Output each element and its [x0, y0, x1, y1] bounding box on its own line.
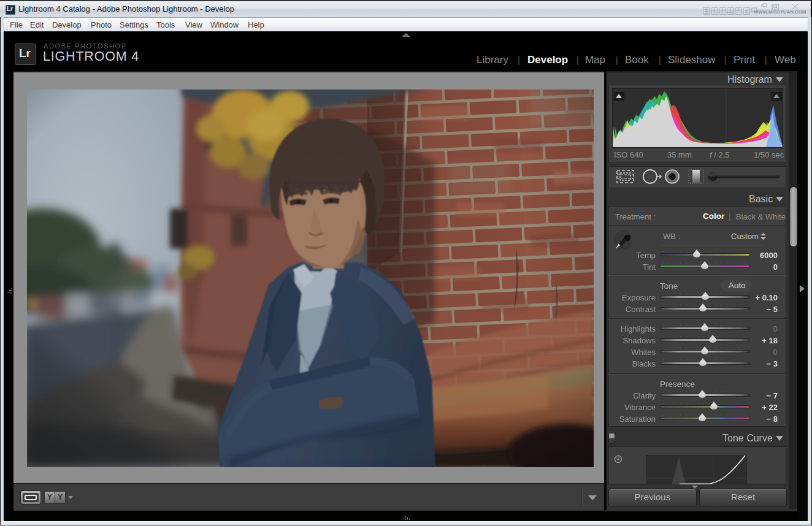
- svg-text:WWW.MISSYUAN.COM: WWW.MISSYUAN.COM: [754, 9, 806, 15]
